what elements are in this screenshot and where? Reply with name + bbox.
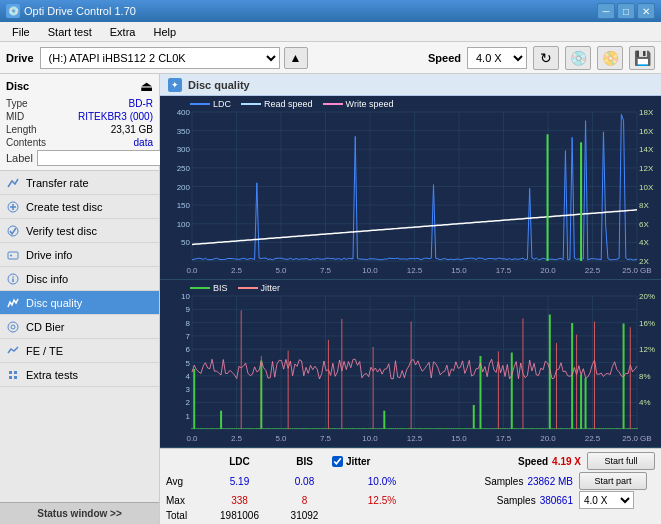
sidebar-item-drive-info[interactable]: Drive info <box>0 243 159 267</box>
drive-label: Drive <box>6 52 34 64</box>
start-full-button[interactable]: Start full <box>587 452 655 470</box>
disc-mid-label: MID <box>6 111 24 122</box>
charts-container: LDC Read speed Write speed <box>160 96 661 448</box>
samples-label2: Samples <box>497 495 536 506</box>
maximize-button[interactable]: □ <box>617 3 635 19</box>
avg-jitter: 10.0% <box>332 476 432 487</box>
svg-rect-14 <box>14 376 17 379</box>
stats-ldc-header: LDC <box>202 456 277 467</box>
speed-select[interactable]: 4.0 X 2.0 X 8.0 X <box>467 47 527 69</box>
svg-rect-13 <box>9 376 12 379</box>
save-button[interactable]: 💾 <box>629 46 655 70</box>
stats-bis-header: BIS <box>277 456 332 467</box>
app-icon: 💿 <box>6 4 20 18</box>
sidebar-item-verify-test-disc[interactable]: Verify test disc <box>0 219 159 243</box>
avg-label: Avg <box>166 476 202 487</box>
disc-eject-icon[interactable]: ⏏ <box>140 78 153 94</box>
speed-select-wrapper: 4.0 X <box>579 491 655 509</box>
status-window-button[interactable]: Status window >> <box>0 502 159 524</box>
max-jitter: 12.5% <box>332 495 432 506</box>
sidebar-item-transfer-rate-label: Transfer rate <box>26 177 89 189</box>
max-bis: 8 <box>277 495 332 506</box>
jitter-checkbox[interactable] <box>332 456 343 467</box>
stats-total-row: Total 1981006 31092 <box>166 510 655 521</box>
svg-point-3 <box>8 226 18 236</box>
start-part-button[interactable]: Start part <box>579 472 647 490</box>
sidebar-item-verify-test-disc-label: Verify test disc <box>26 225 97 237</box>
speed-display: 4.19 X <box>552 456 581 467</box>
max-label: Max <box>166 495 202 506</box>
svg-rect-11 <box>9 371 12 374</box>
disc-button[interactable]: 💿 <box>565 46 591 70</box>
stats-header-row: LDC BIS Jitter Speed 4.19 X Start full <box>166 452 655 470</box>
stats-avg-row: Avg 5.19 0.08 10.0% Samples 23862 MB Sta… <box>166 472 655 490</box>
disc-label-label: Label <box>6 152 33 164</box>
disc-label-input[interactable] <box>37 150 170 166</box>
menu-help[interactable]: Help <box>145 25 184 39</box>
chart2-wrapper: BIS Jitter <box>160 280 661 448</box>
main-area: Disc ⏏ Type BD-R MID RITEKBR3 (000) Leng… <box>0 74 661 524</box>
legend-write-speed: Write speed <box>323 99 394 109</box>
speed-select-stats[interactable]: 4.0 X <box>579 491 634 509</box>
title-bar-left: 💿 Opti Drive Control 1.70 <box>6 4 136 18</box>
chart2-legend: BIS Jitter <box>190 283 280 293</box>
disc-mid-value: RITEKBR3 (000) <box>78 111 153 122</box>
menu-file[interactable]: File <box>4 25 38 39</box>
sidebar: Disc ⏏ Type BD-R MID RITEKBR3 (000) Leng… <box>0 74 160 524</box>
menu-bar: File Start test Extra Help <box>0 22 661 42</box>
legend-bis: BIS <box>190 283 228 293</box>
sidebar-item-cd-bier[interactable]: CD Bier <box>0 315 159 339</box>
sidebar-item-extra-tests-label: Extra tests <box>26 369 78 381</box>
start-buttons: Start full <box>587 452 655 470</box>
app-title: Opti Drive Control 1.70 <box>24 5 136 17</box>
stats-area: LDC BIS Jitter Speed 4.19 X Start full A… <box>160 448 661 524</box>
disc-type-value: BD-R <box>129 98 153 109</box>
sidebar-item-transfer-rate[interactable]: Transfer rate <box>0 171 159 195</box>
samples-row: Samples 380661 <box>497 495 573 506</box>
chart2-canvas <box>160 280 661 447</box>
close-button[interactable]: ✕ <box>637 3 655 19</box>
disc-type-row: Type BD-R <box>6 98 153 109</box>
disc-label-row: Label ✎ <box>6 150 153 166</box>
total-label: Total <box>166 510 202 521</box>
sidebar-item-extra-tests[interactable]: Extra tests <box>0 363 159 387</box>
sidebar-item-disc-quality-label: Disc quality <box>26 297 82 309</box>
disc-contents-row: Contents data <box>6 137 153 148</box>
sidebar-item-create-test-disc[interactable]: Create test disc <box>0 195 159 219</box>
title-bar-controls: ─ □ ✕ <box>597 3 655 19</box>
disc-length-value: 23,31 GB <box>111 124 153 135</box>
disc-length-label: Length <box>6 124 37 135</box>
drive-select[interactable]: (H:) ATAPI iHBS112 2 CL0K <box>40 47 280 69</box>
toolbar: Drive (H:) ATAPI iHBS112 2 CL0K ▲ Speed … <box>0 42 661 74</box>
max-ldc: 338 <box>202 495 277 506</box>
legend-ldc: LDC <box>190 99 231 109</box>
sidebar-item-disc-quality[interactable]: Disc quality <box>0 291 159 315</box>
refresh-button[interactable]: ↻ <box>533 46 559 70</box>
svg-rect-4 <box>8 252 18 259</box>
disc-type-label: Type <box>6 98 28 109</box>
cd-bier-icon <box>6 320 20 334</box>
legend-read-speed: Read speed <box>241 99 313 109</box>
menu-start-test[interactable]: Start test <box>40 25 100 39</box>
svg-point-7 <box>12 276 14 278</box>
svg-rect-12 <box>14 371 17 374</box>
avg-bis: 0.08 <box>277 476 332 487</box>
disc-panel: Disc ⏏ Type BD-R MID RITEKBR3 (000) Leng… <box>0 74 159 171</box>
position-value: 23862 MB <box>527 476 573 487</box>
disc-quality-header: ✦ Disc quality <box>160 74 661 96</box>
media-button[interactable]: 📀 <box>597 46 623 70</box>
drive-wrapper: (H:) ATAPI iHBS112 2 CL0K ▲ <box>40 47 414 69</box>
menu-extra[interactable]: Extra <box>102 25 144 39</box>
minimize-button[interactable]: ─ <box>597 3 615 19</box>
position-row: Samples 23862 MB <box>485 476 574 487</box>
avg-ldc: 5.19 <box>202 476 277 487</box>
extra-tests-icon <box>6 368 20 382</box>
sidebar-item-fe-te[interactable]: FE / TE <box>0 339 159 363</box>
disc-mid-row: MID RITEKBR3 (000) <box>6 111 153 122</box>
total-ldc: 1981006 <box>202 510 277 521</box>
sidebar-item-disc-info[interactable]: Disc info <box>0 267 159 291</box>
fe-te-icon <box>6 344 20 358</box>
disc-info-icon <box>6 272 20 286</box>
disc-contents-label: Contents <box>6 137 46 148</box>
eject-button[interactable]: ▲ <box>284 47 308 69</box>
